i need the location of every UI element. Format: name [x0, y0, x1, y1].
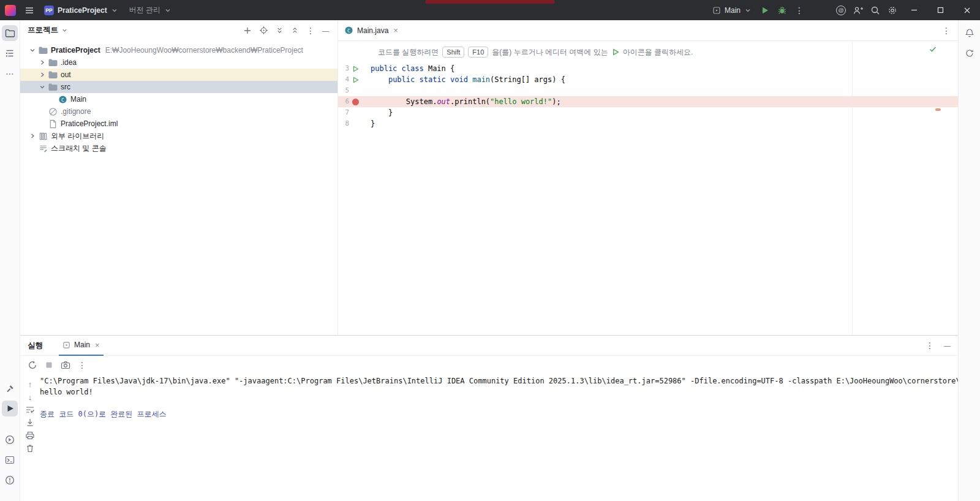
- code-line-5[interactable]: 5: [338, 85, 958, 96]
- print-button[interactable]: [25, 431, 35, 440]
- soft-wrap-button[interactable]: [25, 405, 35, 415]
- run-panel-header: 실행 Main × ⋮ —: [20, 336, 958, 356]
- panel-options-button[interactable]: ⋮: [306, 26, 315, 35]
- expand-all-button[interactable]: [276, 26, 284, 34]
- code-line-8[interactable]: 8}: [338, 118, 958, 129]
- run-tab-main[interactable]: Main ×: [59, 336, 104, 356]
- camera-button[interactable]: [61, 360, 70, 370]
- next-occurrence-button[interactable]: ↓: [28, 392, 32, 402]
- intellij-logo-icon: [5, 5, 16, 16]
- chevron-right-icon[interactable]: [37, 72, 47, 78]
- vcs-label: 버전 관리: [129, 5, 160, 15]
- rerun-button[interactable]: [28, 360, 37, 370]
- hide-panel-button[interactable]: —: [322, 27, 329, 34]
- tree-item-src[interactable]: src: [20, 81, 337, 93]
- code-text[interactable]: public class Main {: [361, 63, 454, 74]
- structure-toolwindow-button[interactable]: [2, 45, 18, 61]
- play-circle-icon: [5, 435, 15, 445]
- settings-button[interactable]: [884, 2, 901, 18]
- stop-button[interactable]: [45, 361, 53, 369]
- tree-item-scratches[interactable]: 스크래치 및 콘솔: [20, 142, 337, 154]
- tree-item-gitignore[interactable]: .gitignore: [20, 105, 337, 118]
- close-button[interactable]: [954, 0, 980, 20]
- editor-tab-main-java[interactable]: C Main.java ×: [338, 20, 403, 41]
- maximize-button[interactable]: [927, 0, 954, 20]
- run-button[interactable]: [756, 2, 774, 18]
- breakpoint-icon[interactable]: [349, 96, 361, 107]
- code-text[interactable]: public static void main(String[] args) {: [361, 74, 565, 85]
- copilot-button[interactable]: @: [832, 2, 850, 18]
- tree-item-label: .gitignore: [61, 107, 91, 116]
- close-tab-icon[interactable]: ×: [393, 26, 398, 34]
- chevron-right-icon[interactable]: [28, 133, 37, 139]
- file-icon: [47, 119, 58, 129]
- run-panel-options-button[interactable]: ⋮: [925, 341, 934, 350]
- minimize-button[interactable]: [901, 0, 927, 20]
- terminal-toolwindow-button[interactable]: [2, 452, 18, 468]
- code-line-7[interactable]: 7 }: [338, 107, 958, 118]
- notifications-button[interactable]: [962, 25, 978, 41]
- tree-item-main-class[interactable]: C Main: [20, 93, 337, 105]
- run-panel-title[interactable]: 실행: [28, 341, 43, 351]
- tree-item-idea[interactable]: .idea: [20, 56, 337, 69]
- prev-occurrence-button[interactable]: ↑: [28, 379, 32, 389]
- f10-key-badge: F10: [468, 47, 488, 58]
- chevron-down-icon: [164, 7, 172, 14]
- code-line-6[interactable]: 6 System.out.println("hello world!");: [338, 96, 958, 107]
- chevron-down-icon[interactable]: [37, 84, 47, 90]
- inspections-ok-icon[interactable]: [929, 45, 937, 53]
- problems-toolwindow-button[interactable]: [2, 472, 18, 488]
- collapse-all-button[interactable]: [291, 26, 299, 34]
- tree-item-project-root[interactable]: PraticeProject E:₩JooHeoungWoo₩cornersto…: [20, 44, 337, 56]
- java-class-icon: C: [57, 95, 68, 104]
- project-widget[interactable]: PP PraticeProject: [39, 2, 123, 18]
- run-toolwindow-button[interactable]: [2, 401, 18, 416]
- run-config-widget[interactable]: Main: [707, 2, 756, 18]
- add-button[interactable]: [243, 26, 252, 35]
- services-toolwindow-button[interactable]: [2, 432, 18, 448]
- editor-options-button[interactable]: ⋮: [942, 26, 951, 35]
- project-toolwindow-button[interactable]: [2, 25, 18, 41]
- run-line-icon[interactable]: [349, 63, 361, 74]
- tree-item-external-libraries[interactable]: 외부 라이브러리: [20, 130, 337, 142]
- vcs-widget[interactable]: 버전 관리: [124, 2, 176, 18]
- chevron-down-icon[interactable]: [28, 47, 37, 53]
- console-output[interactable]: "C:\Program Files\Java\jdk-17\bin\java.e…: [40, 374, 958, 501]
- code-text[interactable]: System.out.println("hello world!");: [361, 96, 561, 107]
- minimize-icon: [911, 7, 918, 13]
- close-run-tab-icon[interactable]: ×: [95, 341, 100, 349]
- run-icon: [612, 48, 619, 56]
- more-toolwindows-button[interactable]: ⋯: [2, 66, 18, 81]
- locate-file-button[interactable]: [259, 26, 268, 35]
- tree-item-iml-file[interactable]: PraticeProject.iml: [20, 118, 337, 130]
- search-everywhere-button[interactable]: [867, 2, 884, 18]
- project-panel-title[interactable]: 프로젝트: [28, 25, 58, 36]
- code-text[interactable]: }: [361, 107, 393, 118]
- run-hint-banner: 코드를 실행하려면 Shift F10 을(를) 누르거나 에디터 여백에 있는…: [338, 41, 958, 63]
- console-options-button[interactable]: ⋮: [78, 361, 86, 369]
- search-icon: [870, 6, 880, 15]
- hide-run-panel-button[interactable]: —: [944, 342, 951, 349]
- code-text[interactable]: }: [361, 118, 375, 129]
- debug-button[interactable]: [774, 2, 791, 18]
- chevron-right-icon[interactable]: [37, 59, 47, 66]
- run-toolbar: ⋮: [20, 356, 958, 374]
- project-name: PraticeProject: [58, 6, 107, 15]
- clear-console-button[interactable]: [25, 443, 35, 453]
- code-with-me-button[interactable]: [850, 2, 867, 18]
- code-text[interactable]: [361, 85, 371, 96]
- tree-item-out[interactable]: out: [20, 69, 337, 81]
- code-line-4[interactable]: 4 public static void main(String[] args)…: [338, 74, 958, 85]
- ai-assistant-button[interactable]: [962, 45, 978, 61]
- build-toolwindow-button[interactable]: [2, 380, 18, 396]
- more-run-actions-button[interactable]: ⋮: [791, 2, 808, 18]
- svg-text:C: C: [61, 97, 64, 102]
- main-menu-button[interactable]: [21, 2, 38, 18]
- scroll-to-end-button[interactable]: [25, 418, 35, 428]
- error-stripe-mark[interactable]: [935, 108, 941, 111]
- chevron-down-icon[interactable]: [61, 27, 68, 34]
- line-number: 5: [338, 85, 349, 96]
- run-line-icon[interactable]: [349, 74, 361, 85]
- run-panel-header-actions: ⋮ —: [925, 341, 951, 350]
- code-line-3[interactable]: 3public class Main {: [338, 63, 958, 74]
